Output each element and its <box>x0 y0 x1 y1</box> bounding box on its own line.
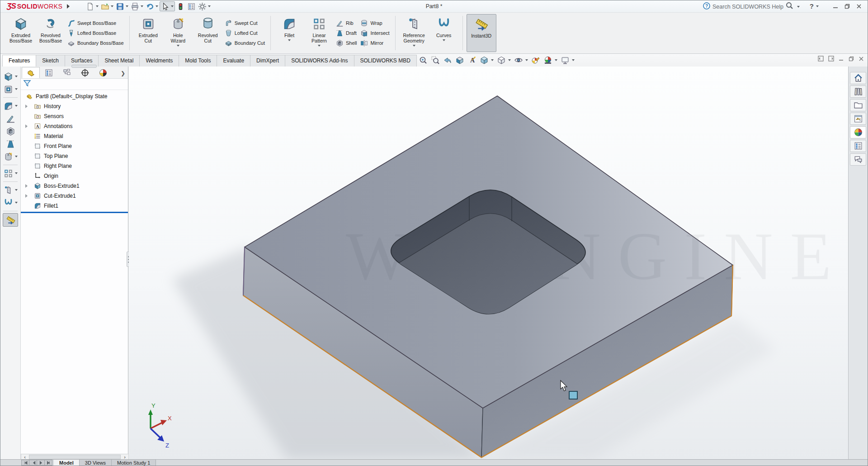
search-box[interactable]: ? Search SOLIDWORKS Help <box>701 2 802 11</box>
taskpane-forum-button[interactable] <box>850 153 866 166</box>
rebuild-button[interactable] <box>175 1 186 11</box>
tree-item-cut-extrude1[interactable]: Cut-Extrude1 <box>21 191 128 201</box>
linear-pattern-button[interactable] <box>1 167 19 180</box>
previous-view-button[interactable] <box>443 56 452 65</box>
taskpane-design-library-button[interactable] <box>850 86 866 98</box>
dropdown-icon[interactable] <box>15 189 18 191</box>
tree-item-front-plane[interactable]: Front Plane <box>21 141 128 151</box>
swept-boss-button[interactable]: Swept Boss/Base <box>67 19 124 28</box>
open-button[interactable] <box>100 1 114 11</box>
featuremanager-filter[interactable] <box>21 79 128 90</box>
taskpane-file-explorer-button[interactable] <box>850 99 866 111</box>
swept-cut-button[interactable]: Swept Cut <box>225 19 265 28</box>
extruded-boss-button[interactable]: ExtrudedBoss/Base <box>6 14 36 52</box>
tab-evaluate[interactable]: Evaluate <box>217 55 250 67</box>
taskpane-appearances-button[interactable] <box>850 126 866 138</box>
wrap-button[interactable]: Wrap <box>360 19 389 28</box>
revolved-boss-button[interactable]: RevolvedBoss/Base <box>36 14 66 52</box>
tree-item-part8-default-default-display-state[interactable]: Part8 (Default<_Display State <box>21 91 128 101</box>
display-style-button[interactable] <box>497 56 511 65</box>
dropdown-icon[interactable] <box>111 5 113 7</box>
expand-arrow-icon[interactable] <box>25 194 28 198</box>
tree-item-right-plane[interactable]: Right Plane <box>21 161 128 171</box>
view-settings-button[interactable] <box>561 56 575 65</box>
dropdown-icon[interactable] <box>171 5 174 7</box>
tab-last-button[interactable] <box>44 460 52 466</box>
dropdown-icon[interactable] <box>156 5 158 7</box>
dropdown-icon[interactable] <box>15 172 18 174</box>
graphics-viewport[interactable]: WVENGINE <box>129 67 849 460</box>
tree-item-material-not-specified[interactable]: Material <box>21 131 128 141</box>
edit-appearance-button[interactable] <box>531 56 540 65</box>
search-icon[interactable] <box>786 2 793 11</box>
taskpane-view-palette-button[interactable] <box>850 113 866 125</box>
dropdown-icon[interactable] <box>15 76 18 77</box>
help-dropdown-icon[interactable] <box>816 5 819 7</box>
draft-button[interactable] <box>1 138 19 150</box>
dropdown-icon[interactable] <box>15 202 18 204</box>
rollback-bar[interactable] <box>21 212 128 213</box>
view-orientation-button[interactable] <box>480 56 494 65</box>
dropdown-icon[interactable] <box>491 59 494 61</box>
tree-item-annotations[interactable]: AAnnotations <box>21 121 128 131</box>
panel-tab-propertymanager[interactable] <box>40 67 58 78</box>
tab-previous-button[interactable] <box>29 460 37 466</box>
tab-features[interactable]: Features <box>2 55 36 67</box>
reference-geometry-button[interactable] <box>1 184 19 196</box>
dropdown-icon[interactable] <box>15 105 18 107</box>
taskpane-home-button[interactable] <box>850 72 866 84</box>
taskpane-custom-properties-button[interactable] <box>850 140 866 152</box>
panel-tab-dimxpertmanager[interactable] <box>76 67 94 78</box>
close-button[interactable] <box>853 2 865 11</box>
menu-expand-icon[interactable] <box>67 4 70 9</box>
minimize-button[interactable] <box>830 2 841 11</box>
fillet-button[interactable]: Fillet <box>274 14 304 52</box>
dropdown-icon[interactable] <box>318 45 321 47</box>
tree-item-fillet1[interactable]: Fillet1 <box>21 201 128 211</box>
undo-button[interactable] <box>145 1 159 11</box>
extruded-cut-button[interactable]: ExtrudedCut <box>133 14 163 52</box>
tab-sheet-metal[interactable]: Sheet Metal <box>98 55 140 67</box>
dropdown-icon[interactable] <box>443 39 445 41</box>
options-list-button[interactable] <box>186 1 197 11</box>
new-document-button[interactable] <box>85 1 99 11</box>
tab-sketch[interactable]: Sketch <box>36 55 65 67</box>
tree-item-top-plane[interactable]: Top Plane <box>21 151 128 161</box>
bottom-tab-3d-views[interactable]: 3D Views <box>80 460 112 466</box>
panel-tab-configurationmanager[interactable] <box>58 67 76 78</box>
dropdown-icon[interactable] <box>177 45 179 47</box>
intersect-button[interactable]: Intersect <box>360 29 389 38</box>
hide-show-items-button[interactable] <box>514 56 528 65</box>
dropdown-icon[interactable] <box>525 59 528 61</box>
expand-arrow-icon[interactable] <box>25 184 28 188</box>
tab-mold-tools[interactable]: Mold Tools <box>179 55 217 67</box>
bottom-tab-motion-study-1[interactable]: Motion Study 1 <box>112 460 156 466</box>
panel-tabs-expand-icon[interactable]: ❯ <box>121 70 125 78</box>
tree-item-origin[interactable]: Origin <box>21 171 128 181</box>
panel-tab-displaymanager[interactable] <box>94 67 112 78</box>
help-button[interactable]: ? <box>810 2 819 10</box>
extruded-boss-button[interactable] <box>1 70 19 83</box>
tab-first-button[interactable] <box>21 460 29 466</box>
collapse-left-pane-icon[interactable] <box>818 55 824 63</box>
hole-wizard-button[interactable] <box>1 150 19 163</box>
expand-arrow-icon[interactable] <box>25 105 28 108</box>
lofted-cut-button[interactable]: Lofted Cut <box>225 29 265 38</box>
dropdown-icon[interactable] <box>141 5 143 7</box>
lofted-boss-button[interactable]: Lofted Boss/Base <box>67 29 124 38</box>
tree-item-history[interactable]: History <box>21 101 128 111</box>
bottom-tab-model[interactable]: Model <box>54 460 80 466</box>
tab-next-button[interactable] <box>37 460 45 466</box>
section-view-button[interactable] <box>455 56 464 65</box>
dropdown-icon[interactable] <box>208 5 211 7</box>
doc-restore-button[interactable] <box>849 55 854 63</box>
tree-item-boss-extrude1[interactable]: Boss-Extrude1 <box>21 181 128 191</box>
restore-button[interactable] <box>841 2 853 11</box>
dropdown-icon[interactable] <box>15 88 18 90</box>
linear-pattern-button[interactable]: LinearPattern <box>304 14 334 52</box>
curves-button[interactable] <box>1 196 19 209</box>
tab-solidworks-mbd[interactable]: SOLIDWORKS MBD <box>354 55 417 67</box>
rib-button[interactable]: Rib <box>336 19 357 28</box>
shell-button[interactable] <box>1 125 19 138</box>
search-input[interactable]: Search SOLIDWORKS Help <box>712 4 783 10</box>
